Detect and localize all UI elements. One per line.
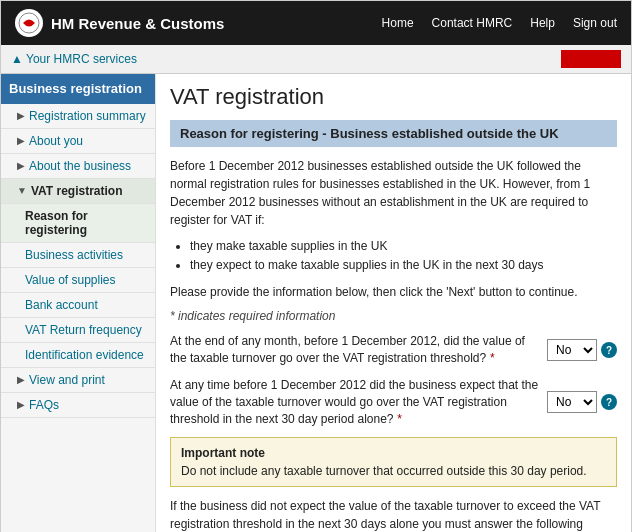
sidebar-item-vat-registration[interactable]: ▼ VAT registration [1, 179, 155, 204]
sidebar-item-business-activities[interactable]: Business activities [1, 243, 155, 268]
sidebar-item-reason-registering[interactable]: Reason for registering [1, 204, 155, 243]
q2-asterisk: * [394, 412, 402, 426]
question-2-text: At any time before 1 December 2012 did t… [170, 377, 539, 427]
arrow-icon: ▼ [17, 185, 27, 196]
q2-select[interactable]: No Yes [547, 391, 597, 413]
important-note-title: Important note [181, 446, 606, 460]
nav-signout[interactable]: Sign out [573, 16, 617, 30]
main-content: VAT registration Reason for registering … [156, 74, 631, 532]
important-note-text: Do not include any taxable turnover that… [181, 464, 606, 478]
sidebar: Business registration ▶ Registration sum… [1, 74, 156, 532]
instruction-text: Please provide the information below, th… [170, 283, 617, 301]
question-row-1: At the end of any month, before 1 Decemb… [170, 333, 617, 367]
arrow-icon: ▶ [17, 110, 25, 121]
section-header-bar: Reason for registering - Business establ… [170, 120, 617, 147]
sidebar-item-vat-return-frequency[interactable]: VAT Return frequency [1, 318, 155, 343]
header: HM Revenue & Customs Home Contact HMRC H… [1, 1, 631, 45]
arrow-icon: ▶ [17, 374, 25, 385]
svg-point-1 [26, 20, 32, 26]
arrow-icon: ▶ [17, 135, 25, 146]
sidebar-item-registration-summary[interactable]: ▶ Registration summary [1, 104, 155, 129]
page-title: VAT registration [170, 84, 617, 110]
q1-select-wrap: No Yes ? [547, 339, 617, 361]
arrow-icon: ▶ [17, 399, 25, 410]
services-link[interactable]: ▲ Your HMRC services [11, 52, 137, 66]
q1-asterisk: * [486, 351, 494, 365]
logo-emblem [15, 9, 43, 37]
layout: Business registration ▶ Registration sum… [1, 74, 631, 532]
sidebar-item-bank-account[interactable]: Bank account [1, 293, 155, 318]
q1-select[interactable]: No Yes [547, 339, 597, 361]
sidebar-section-header: Business registration [1, 74, 155, 104]
sidebar-item-faqs[interactable]: ▶ FAQs [1, 393, 155, 418]
q2-help-icon[interactable]: ? [601, 394, 617, 410]
bullet-item: they expect to make taxable supplies in … [190, 256, 617, 275]
nav-contact[interactable]: Contact HMRC [432, 16, 513, 30]
nav-help[interactable]: Help [530, 16, 555, 30]
bullet-list: they make taxable supplies in the UK the… [190, 237, 617, 275]
threshold-text: If the business did not expect the value… [170, 497, 617, 532]
question-row-2: At any time before 1 December 2012 did t… [170, 377, 617, 427]
services-bar: ▲ Your HMRC services [1, 45, 631, 74]
sidebar-item-value-supplies[interactable]: Value of supplies [1, 268, 155, 293]
sidebar-item-about-business[interactable]: ▶ About the business [1, 154, 155, 179]
nav-home[interactable]: Home [382, 16, 414, 30]
intro-paragraph: Before 1 December 2012 businesses establ… [170, 157, 617, 229]
sidebar-item-about-you[interactable]: ▶ About you [1, 129, 155, 154]
sidebar-item-identification-evidence[interactable]: Identification evidence [1, 343, 155, 368]
site-title: HM Revenue & Customs [51, 15, 224, 32]
red-block-decoration [561, 50, 621, 68]
required-note: * indicates required information [170, 309, 617, 323]
header-nav: Home Contact HMRC Help Sign out [382, 16, 617, 30]
q2-select-wrap: No Yes ? [547, 391, 617, 413]
arrow-icon: ▶ [17, 160, 25, 171]
logo-area: HM Revenue & Customs [15, 9, 224, 37]
question-1-text: At the end of any month, before 1 Decemb… [170, 333, 539, 367]
bullet-item: they make taxable supplies in the UK [190, 237, 617, 256]
important-note-box: Important note Do not include any taxabl… [170, 437, 617, 487]
sidebar-item-view-print[interactable]: ▶ View and print [1, 368, 155, 393]
q1-help-icon[interactable]: ? [601, 342, 617, 358]
